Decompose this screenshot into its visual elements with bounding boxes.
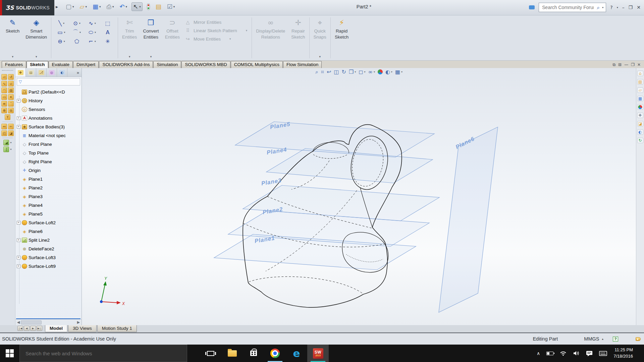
- tab-solidworks-add-ins[interactable]: SOLIDWORKS Add-Ins: [99, 61, 153, 68]
- document-minimize-icon[interactable]: —: [624, 62, 628, 67]
- replace-face-icon[interactable]: ⧉: [8, 108, 14, 113]
- sketch-dropdown-icon[interactable]: ▾: [12, 54, 13, 59]
- tab-sketch[interactable]: Sketch: [26, 61, 48, 68]
- solidworks-button[interactable]: SW 2015: [307, 345, 329, 362]
- expand-icon[interactable]: +: [17, 221, 20, 225]
- extend-surface-icon[interactable]: ↔: [1, 124, 7, 129]
- trim-surface-icon[interactable]: ✄: [8, 124, 14, 129]
- taskbar-search-input[interactable]: [25, 350, 182, 357]
- tree-item-surface-bodies-3-[interactable]: +❖Surface Bodies(3): [16, 122, 82, 131]
- custom-properties-tab[interactable]: ❖: [637, 113, 643, 118]
- dropdown-arrow-icon[interactable]: ▾: [72, 5, 74, 8]
- task-view-button[interactable]: [200, 345, 221, 362]
- design-binder-button[interactable]: ▤: [154, 3, 163, 11]
- expand-icon[interactable]: +: [17, 99, 20, 103]
- tab-simulation[interactable]: Simulation: [153, 61, 181, 68]
- freeform-icon[interactable]: ✦: [8, 94, 14, 100]
- tab-flow-simulation[interactable]: Flow Simulation: [283, 61, 322, 68]
- hide-show-items-button[interactable]: ∞▾: [368, 69, 375, 75]
- forum-tab[interactable]: ◐: [637, 129, 643, 135]
- dropdown-arrow-icon[interactable]: ▾: [64, 40, 65, 43]
- help-button[interactable]: ?: [610, 5, 612, 10]
- volume-icon[interactable]: [573, 351, 580, 356]
- ruled-surface-icon[interactable]: ⌒: [8, 101, 14, 107]
- plane6-face[interactable]: [439, 127, 498, 312]
- dropdown-arrow-icon[interactable]: ▾: [173, 5, 175, 8]
- dropdown-arrow-icon[interactable]: ▾: [364, 70, 366, 73]
- tree-item-origin[interactable]: ✛Origin: [16, 166, 82, 175]
- sketch-button[interactable]: ✎ Sketch ▾: [3, 15, 22, 60]
- dropdown-arrow-icon[interactable]: ▾: [95, 40, 96, 43]
- tab-scroll-icon[interactable]: ▶: [30, 326, 36, 331]
- convert-entities-dropdown-icon[interactable]: ▾: [150, 54, 152, 59]
- tab-evaluate[interactable]: Evaluate: [49, 61, 73, 68]
- tree-item-annotations[interactable]: +AAnnotations: [16, 114, 82, 122]
- chrome-button[interactable]: [264, 345, 286, 362]
- polygon-button[interactable]: ⬠: [69, 38, 85, 45]
- toolbar-grip[interactable]: [2, 70, 13, 73]
- thicken-icon[interactable]: ◪: [8, 130, 14, 136]
- taskbar-search[interactable]: [19, 345, 187, 362]
- dropdown-arrow-icon[interactable]: ▾: [139, 5, 141, 8]
- document-manager-tab[interactable]: ◪: [637, 121, 643, 126]
- previous-view-button[interactable]: ↩: [327, 69, 331, 75]
- design-library-tab[interactable]: ▤: [637, 79, 643, 84]
- tree-item-split-line2[interactable]: +◿Split Line2: [16, 236, 82, 244]
- undo-button[interactable]: ↶▾: [118, 3, 128, 11]
- expand-icon[interactable]: +: [17, 116, 20, 120]
- dropdown-arrow-icon[interactable]: ▾: [229, 37, 231, 41]
- dropdown-arrow-icon[interactable]: ▾: [246, 29, 248, 32]
- start-button[interactable]: [0, 345, 19, 362]
- close-button[interactable]: ✕: [637, 5, 641, 10]
- doc-tab-model[interactable]: Model: [45, 325, 67, 332]
- trim-entities-button[interactable]: ✄ Trim Entities ▾: [119, 15, 140, 60]
- dropdown-arrow-icon[interactable]: ▾: [10, 141, 11, 144]
- delete-face-icon[interactable]: ⊗: [1, 108, 7, 113]
- dropdown-arrow-icon[interactable]: ▾: [374, 70, 375, 73]
- taskbar-clock[interactable]: 11:25 PM 7/18/2016: [613, 347, 633, 360]
- tab-comsol-multiphysics[interactable]: COMSOL Multiphysics: [231, 61, 283, 68]
- straight-slot-button[interactable]: ⊖▾: [54, 38, 69, 45]
- community-search-input[interactable]: [541, 4, 594, 10]
- document-tile-icon[interactable]: ⊞: [618, 62, 622, 67]
- tree-item-plane2[interactable]: ◈Plane2: [16, 183, 82, 192]
- notifications-icon[interactable]: [586, 350, 593, 356]
- featuremanager-design-tree-tab[interactable]: ❖: [15, 68, 26, 77]
- rapid-sketch-button[interactable]: ⚡ Rapid Sketch: [332, 15, 352, 60]
- dropdown-arrow-icon[interactable]: ▾: [63, 22, 64, 25]
- zoom-to-fit-button[interactable]: ⌕: [315, 69, 318, 75]
- tab-features[interactable]: Features: [2, 61, 26, 68]
- tree-filter-bar[interactable]: ▽: [17, 78, 80, 85]
- pack-and-go-tab[interactable]: ↻: [637, 138, 643, 143]
- dropdown-arrow-icon[interactable]: ▾: [64, 31, 65, 34]
- menu-expand-arrow-icon[interactable]: ▸: [56, 4, 58, 9]
- section-view-button[interactable]: ◫: [334, 69, 339, 75]
- point-button[interactable]: ✳: [100, 38, 115, 45]
- plane3-label[interactable]: Plane3: [261, 177, 282, 187]
- scroll-left-icon[interactable]: ◀: [16, 320, 21, 324]
- tag-icon[interactable]: [636, 337, 641, 341]
- tab-scroll-icon[interactable]: ◀: [24, 326, 30, 331]
- document-cascade-icon[interactable]: ⧉: [613, 62, 616, 67]
- tree-item-plane5[interactable]: ◈Plane5: [16, 209, 82, 218]
- doc-tab-motion-study-1[interactable]: Motion Study 1: [97, 325, 137, 332]
- document-restore-icon[interactable]: ❐: [631, 62, 635, 67]
- dropdown-arrow-icon[interactable]: ▾: [85, 5, 87, 8]
- sketch-fillet-button[interactable]: ⌐▾: [85, 38, 100, 45]
- file-explorer-button[interactable]: [221, 345, 243, 362]
- view-settings-button[interactable]: ▦▾: [395, 69, 402, 75]
- view-orientation-button[interactable]: ❒▾: [349, 69, 356, 75]
- knit-surface-icon[interactable]: Y: [5, 114, 10, 120]
- untrim-surface-icon[interactable]: ◰: [1, 130, 7, 136]
- line-button[interactable]: ╲▾: [54, 20, 69, 26]
- tree-item-plane6[interactable]: ◈Plane6: [16, 227, 82, 236]
- repair-sketch-button[interactable]: ✛ Repair Sketch: [288, 15, 308, 60]
- dropdown-arrow-icon[interactable]: ▾: [391, 70, 392, 73]
- apply-scene-button[interactable]: ◐▾: [385, 69, 392, 75]
- wifi-icon[interactable]: [560, 351, 567, 356]
- hidden-icons-chevron-icon[interactable]: ∧: [537, 351, 540, 356]
- move-entities-button[interactable]: ↪Move Entities▾: [185, 36, 247, 42]
- more-tabs-chevron-icon[interactable]: »: [74, 68, 82, 77]
- convert-entities-button[interactable]: ❒ Convert Entities ▾: [140, 15, 162, 60]
- model-canvas[interactable]: Plane1 Plane2 Plane3 Plane4 Plane5 Plane…: [82, 68, 636, 325]
